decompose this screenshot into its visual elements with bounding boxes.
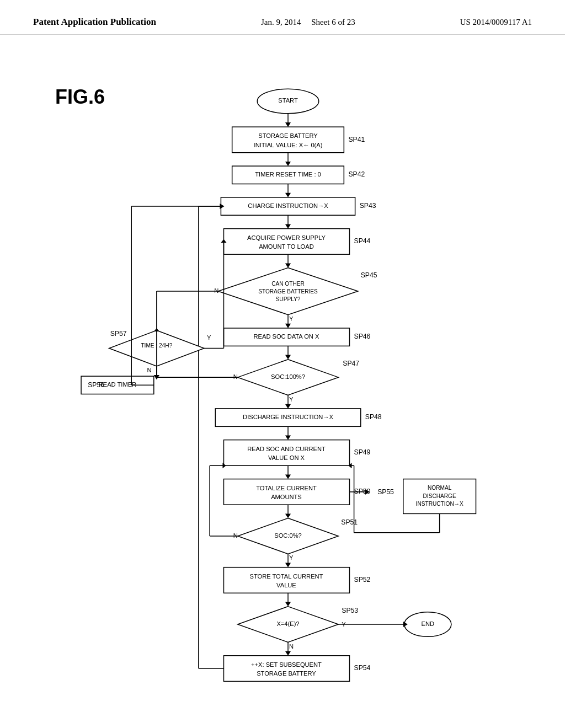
sp54-label: SP54 (354, 664, 371, 672)
sp56-label: SP56 (88, 381, 104, 389)
svg-marker-26 (285, 436, 291, 440)
svg-rect-12 (223, 229, 349, 255)
svg-rect-42 (223, 656, 349, 682)
svg-marker-29 (285, 474, 291, 479)
sp51-label: SP51 (341, 518, 358, 526)
sp45-y-label: Y (289, 315, 294, 322)
flowchart: START STORAGE BATTERY INITIAL VALUE: X← … (44, 80, 532, 706)
sp47-label: SP47 (343, 360, 359, 367)
end-node: END (422, 620, 435, 627)
svg-rect-36 (223, 568, 349, 593)
sp47-text: SOC:100%? (271, 373, 305, 380)
publication-title: Patent Application Publication (33, 15, 156, 29)
sp45-n-label: N (214, 287, 218, 294)
svg-marker-2 (285, 122, 291, 127)
sp54-text1: ++X: SET SUBSEQUENT (251, 661, 322, 668)
publication-date: Jan. 9, 2014 (261, 18, 301, 26)
sp57-n-label: N (147, 367, 152, 373)
sp54-text2: STORAGE BATTERY (257, 670, 316, 677)
sp57-y-label: Y (207, 334, 211, 341)
svg-marker-41 (285, 651, 291, 656)
sp57-label: SP57 (110, 330, 127, 338)
publication-date-sheet: Jan. 9, 2014 Sheet 6 of 23 (261, 15, 355, 27)
sp49-text2: VALUE ON X (268, 454, 305, 461)
sp50-text2: AMOUNTS (271, 494, 302, 500)
sp48-text: DISCHARGE INSTRUCTION→X (243, 414, 333, 420)
sp45-text3: SUPPLY? (276, 296, 301, 302)
sp53-text: X=4(E)? (276, 620, 299, 627)
sp41-text2: INITIAL VALUE: X← 0(A) (254, 142, 323, 148)
sp50-text1: TOTALIZE CURRENT (256, 485, 317, 491)
sp55-text2: DISCHARGE (423, 493, 456, 499)
page-header: Patent Application Publication Jan. 9, 2… (0, 0, 565, 35)
sp48-label: SP48 (365, 413, 382, 421)
sp47-y-label: Y (289, 396, 294, 403)
svg-marker-23 (285, 404, 291, 409)
sp41-text1: STORAGE BATTERY (258, 132, 318, 139)
sp46-label: SP46 (354, 333, 371, 340)
svg-rect-27 (223, 440, 349, 466)
svg-marker-32 (285, 513, 291, 518)
sp52-text2: VALUE (276, 582, 296, 588)
sheet-info: Sheet 6 of 23 (311, 18, 355, 26)
svg-rect-30 (223, 479, 349, 505)
sp47-n-label: N (233, 373, 238, 380)
svg-marker-38 (285, 602, 291, 607)
svg-marker-17 (285, 324, 291, 328)
sp53-n-label: N (289, 643, 294, 650)
sp49-text1: READ SOC AND CURRENT (247, 446, 326, 452)
svg-marker-11 (285, 224, 291, 228)
svg-marker-35 (285, 563, 291, 568)
sp45-label: SP45 (361, 271, 377, 279)
sp44-text1: ACQUIRE POWER SUPPLY (247, 234, 326, 241)
svg-marker-8 (285, 193, 291, 197)
sp44-text2: AMOUNT TO LOAD (259, 243, 314, 250)
sp55-text3: INSTRUCTION→X (416, 501, 463, 507)
svg-marker-5 (285, 162, 291, 166)
sp49-label: SP49 (354, 448, 371, 456)
sp45-text1: CAN OTHER (271, 281, 305, 287)
sp42-text: TIMER RESET TIME : 0 (255, 171, 321, 178)
sp42-label: SP42 (348, 170, 365, 178)
sp52-text1: STORE TOTAL CURRENT (250, 573, 323, 580)
patent-number: US 2014/0009117 A1 (460, 15, 532, 27)
sp55-text1: NORMAL (428, 485, 452, 491)
sp45-text2: STORAGE BATTERIES (258, 288, 318, 295)
svg-rect-3 (232, 127, 344, 153)
sp55-label: SP55 (377, 488, 394, 496)
sp46-text: READ SOC DATA ON X (254, 333, 319, 340)
start-node: START (278, 97, 298, 104)
svg-marker-20 (285, 355, 291, 360)
svg-marker-14 (285, 263, 291, 267)
sp43-text: CHARGE INSTRUCTION→X (248, 202, 328, 209)
sp41-label: SP41 (348, 136, 365, 143)
sp52-label: SP52 (354, 576, 371, 584)
sp51-n-label: N (233, 532, 238, 539)
sp44-label: SP44 (354, 237, 371, 245)
sp53-label: SP53 (342, 607, 358, 614)
sp43-label: SP43 (360, 202, 376, 210)
sp51-text: SOC:0%? (274, 532, 301, 539)
sp51-y-label: Y (289, 554, 294, 561)
